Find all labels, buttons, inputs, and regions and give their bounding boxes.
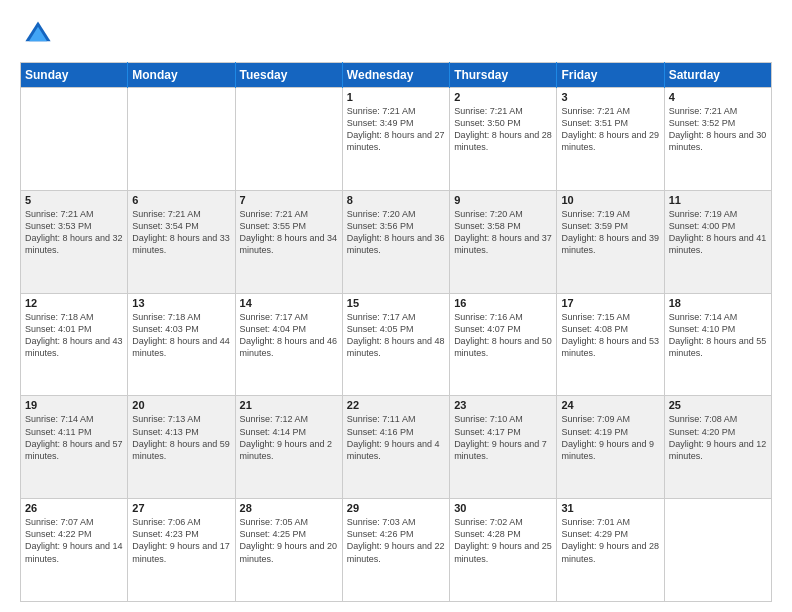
- cell-day-number: 28: [240, 502, 338, 514]
- cell-day-number: 3: [561, 91, 659, 103]
- cell-info: Sunrise: 7:02 AM Sunset: 4:28 PM Dayligh…: [454, 516, 552, 565]
- cell-info: Sunrise: 7:19 AM Sunset: 3:59 PM Dayligh…: [561, 208, 659, 257]
- cell-day-number: 29: [347, 502, 445, 514]
- cell-info: Sunrise: 7:14 AM Sunset: 4:11 PM Dayligh…: [25, 413, 123, 462]
- calendar-header: SundayMondayTuesdayWednesdayThursdayFrid…: [21, 63, 772, 88]
- cell-day-number: 17: [561, 297, 659, 309]
- cell-day-number: 16: [454, 297, 552, 309]
- cell-day-number: 10: [561, 194, 659, 206]
- cell-info: Sunrise: 7:21 AM Sunset: 3:49 PM Dayligh…: [347, 105, 445, 154]
- cell-day-number: 12: [25, 297, 123, 309]
- cell-info: Sunrise: 7:01 AM Sunset: 4:29 PM Dayligh…: [561, 516, 659, 565]
- cell-info: Sunrise: 7:14 AM Sunset: 4:10 PM Dayligh…: [669, 311, 767, 360]
- cell-day-number: 23: [454, 399, 552, 411]
- calendar-cell: 18Sunrise: 7:14 AM Sunset: 4:10 PM Dayli…: [664, 293, 771, 396]
- cell-info: Sunrise: 7:11 AM Sunset: 4:16 PM Dayligh…: [347, 413, 445, 462]
- weekday-header-sunday: Sunday: [21, 63, 128, 88]
- cell-day-number: 24: [561, 399, 659, 411]
- cell-day-number: 27: [132, 502, 230, 514]
- calendar-week-row: 19Sunrise: 7:14 AM Sunset: 4:11 PM Dayli…: [21, 396, 772, 499]
- weekday-header-thursday: Thursday: [450, 63, 557, 88]
- cell-info: Sunrise: 7:15 AM Sunset: 4:08 PM Dayligh…: [561, 311, 659, 360]
- cell-day-number: 11: [669, 194, 767, 206]
- calendar-cell: 7Sunrise: 7:21 AM Sunset: 3:55 PM Daylig…: [235, 190, 342, 293]
- calendar-cell: 13Sunrise: 7:18 AM Sunset: 4:03 PM Dayli…: [128, 293, 235, 396]
- cell-day-number: 31: [561, 502, 659, 514]
- calendar-cell: 14Sunrise: 7:17 AM Sunset: 4:04 PM Dayli…: [235, 293, 342, 396]
- cell-day-number: 30: [454, 502, 552, 514]
- cell-info: Sunrise: 7:09 AM Sunset: 4:19 PM Dayligh…: [561, 413, 659, 462]
- cell-day-number: 21: [240, 399, 338, 411]
- calendar-cell: 11Sunrise: 7:19 AM Sunset: 4:00 PM Dayli…: [664, 190, 771, 293]
- weekday-header-friday: Friday: [557, 63, 664, 88]
- weekday-header-row: SundayMondayTuesdayWednesdayThursdayFrid…: [21, 63, 772, 88]
- cell-day-number: 15: [347, 297, 445, 309]
- cell-info: Sunrise: 7:20 AM Sunset: 3:58 PM Dayligh…: [454, 208, 552, 257]
- calendar-week-row: 12Sunrise: 7:18 AM Sunset: 4:01 PM Dayli…: [21, 293, 772, 396]
- calendar-cell: 5Sunrise: 7:21 AM Sunset: 3:53 PM Daylig…: [21, 190, 128, 293]
- cell-info: Sunrise: 7:10 AM Sunset: 4:17 PM Dayligh…: [454, 413, 552, 462]
- calendar-cell: 28Sunrise: 7:05 AM Sunset: 4:25 PM Dayli…: [235, 499, 342, 602]
- weekday-header-wednesday: Wednesday: [342, 63, 449, 88]
- logo: [20, 16, 60, 52]
- weekday-header-monday: Monday: [128, 63, 235, 88]
- calendar-cell: 15Sunrise: 7:17 AM Sunset: 4:05 PM Dayli…: [342, 293, 449, 396]
- calendar-cell: 30Sunrise: 7:02 AM Sunset: 4:28 PM Dayli…: [450, 499, 557, 602]
- calendar-week-row: 26Sunrise: 7:07 AM Sunset: 4:22 PM Dayli…: [21, 499, 772, 602]
- cell-info: Sunrise: 7:21 AM Sunset: 3:54 PM Dayligh…: [132, 208, 230, 257]
- calendar-cell: 26Sunrise: 7:07 AM Sunset: 4:22 PM Dayli…: [21, 499, 128, 602]
- cell-info: Sunrise: 7:05 AM Sunset: 4:25 PM Dayligh…: [240, 516, 338, 565]
- calendar-cell: 1Sunrise: 7:21 AM Sunset: 3:49 PM Daylig…: [342, 88, 449, 191]
- calendar-cell: 12Sunrise: 7:18 AM Sunset: 4:01 PM Dayli…: [21, 293, 128, 396]
- cell-info: Sunrise: 7:03 AM Sunset: 4:26 PM Dayligh…: [347, 516, 445, 565]
- calendar-week-row: 1Sunrise: 7:21 AM Sunset: 3:49 PM Daylig…: [21, 88, 772, 191]
- cell-info: Sunrise: 7:21 AM Sunset: 3:53 PM Dayligh…: [25, 208, 123, 257]
- calendar-cell: [664, 499, 771, 602]
- cell-day-number: 14: [240, 297, 338, 309]
- calendar-cell: 25Sunrise: 7:08 AM Sunset: 4:20 PM Dayli…: [664, 396, 771, 499]
- calendar-cell: 22Sunrise: 7:11 AM Sunset: 4:16 PM Dayli…: [342, 396, 449, 499]
- cell-info: Sunrise: 7:21 AM Sunset: 3:55 PM Dayligh…: [240, 208, 338, 257]
- header: [20, 16, 772, 52]
- calendar-cell: 27Sunrise: 7:06 AM Sunset: 4:23 PM Dayli…: [128, 499, 235, 602]
- cell-info: Sunrise: 7:21 AM Sunset: 3:52 PM Dayligh…: [669, 105, 767, 154]
- calendar-cell: 8Sunrise: 7:20 AM Sunset: 3:56 PM Daylig…: [342, 190, 449, 293]
- calendar-cell: 19Sunrise: 7:14 AM Sunset: 4:11 PM Dayli…: [21, 396, 128, 499]
- cell-info: Sunrise: 7:20 AM Sunset: 3:56 PM Dayligh…: [347, 208, 445, 257]
- cell-info: Sunrise: 7:12 AM Sunset: 4:14 PM Dayligh…: [240, 413, 338, 462]
- calendar-cell: [235, 88, 342, 191]
- cell-info: Sunrise: 7:08 AM Sunset: 4:20 PM Dayligh…: [669, 413, 767, 462]
- calendar-cell: 29Sunrise: 7:03 AM Sunset: 4:26 PM Dayli…: [342, 499, 449, 602]
- cell-day-number: 18: [669, 297, 767, 309]
- cell-day-number: 26: [25, 502, 123, 514]
- calendar-cell: [21, 88, 128, 191]
- logo-icon: [20, 16, 56, 52]
- calendar-body: 1Sunrise: 7:21 AM Sunset: 3:49 PM Daylig…: [21, 88, 772, 602]
- cell-day-number: 19: [25, 399, 123, 411]
- calendar-cell: 24Sunrise: 7:09 AM Sunset: 4:19 PM Dayli…: [557, 396, 664, 499]
- cell-info: Sunrise: 7:07 AM Sunset: 4:22 PM Dayligh…: [25, 516, 123, 565]
- calendar-cell: 23Sunrise: 7:10 AM Sunset: 4:17 PM Dayli…: [450, 396, 557, 499]
- cell-info: Sunrise: 7:21 AM Sunset: 3:51 PM Dayligh…: [561, 105, 659, 154]
- cell-day-number: 13: [132, 297, 230, 309]
- cell-day-number: 5: [25, 194, 123, 206]
- cell-day-number: 9: [454, 194, 552, 206]
- calendar-table: SundayMondayTuesdayWednesdayThursdayFrid…: [20, 62, 772, 602]
- weekday-header-saturday: Saturday: [664, 63, 771, 88]
- cell-day-number: 4: [669, 91, 767, 103]
- cell-day-number: 7: [240, 194, 338, 206]
- calendar-cell: 3Sunrise: 7:21 AM Sunset: 3:51 PM Daylig…: [557, 88, 664, 191]
- cell-info: Sunrise: 7:06 AM Sunset: 4:23 PM Dayligh…: [132, 516, 230, 565]
- cell-day-number: 2: [454, 91, 552, 103]
- cell-day-number: 20: [132, 399, 230, 411]
- calendar-cell: 10Sunrise: 7:19 AM Sunset: 3:59 PM Dayli…: [557, 190, 664, 293]
- cell-day-number: 25: [669, 399, 767, 411]
- calendar-cell: 9Sunrise: 7:20 AM Sunset: 3:58 PM Daylig…: [450, 190, 557, 293]
- calendar-cell: [128, 88, 235, 191]
- cell-info: Sunrise: 7:18 AM Sunset: 4:01 PM Dayligh…: [25, 311, 123, 360]
- calendar-cell: 4Sunrise: 7:21 AM Sunset: 3:52 PM Daylig…: [664, 88, 771, 191]
- cell-info: Sunrise: 7:17 AM Sunset: 4:05 PM Dayligh…: [347, 311, 445, 360]
- calendar-cell: 17Sunrise: 7:15 AM Sunset: 4:08 PM Dayli…: [557, 293, 664, 396]
- calendar-cell: 21Sunrise: 7:12 AM Sunset: 4:14 PM Dayli…: [235, 396, 342, 499]
- page: SundayMondayTuesdayWednesdayThursdayFrid…: [0, 0, 792, 612]
